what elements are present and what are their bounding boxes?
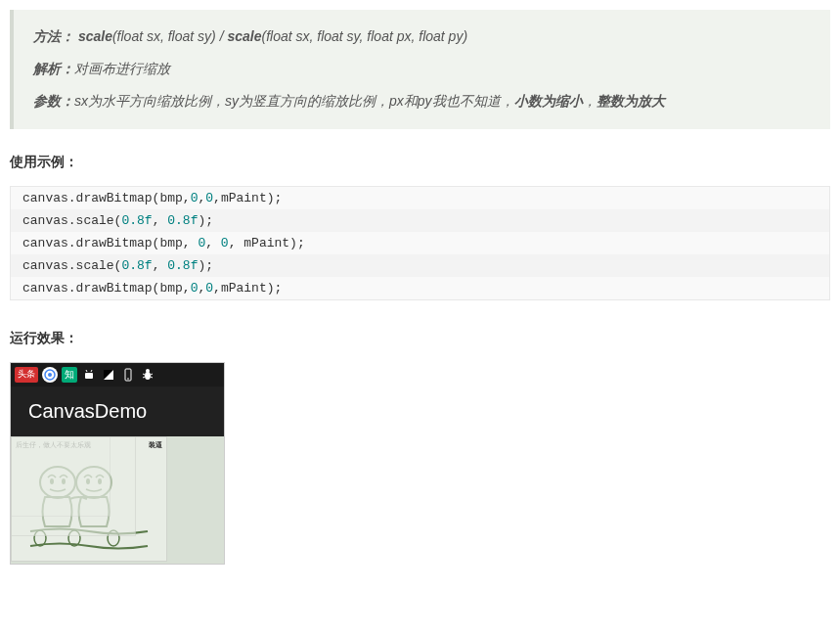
svg-line-4 bbox=[91, 370, 92, 372]
params-text: sx为水平方向缩放比例，sy为竖直方向的缩放比例，px和py我也不知道， bbox=[74, 93, 514, 109]
code-line: canvas.drawBitmap(bmp,0,0,mPaint); bbox=[11, 187, 829, 209]
canvas-area: 后生仔，做人不要太乐观 装逼 bbox=[11, 436, 224, 564]
phone-icon bbox=[120, 367, 136, 383]
app-title: CanvasDemo bbox=[28, 400, 147, 422]
analysis-label: 解析： bbox=[33, 61, 74, 76]
analysis-line: 解析：对画布进行缩放 bbox=[33, 57, 811, 81]
meme-text-right: 装逼 bbox=[149, 440, 162, 450]
params-line: 参数：sx为水平方向缩放比例，sy为竖直方向的缩放比例，px和py我也不知道，小… bbox=[33, 89, 811, 114]
code-line: canvas.drawBitmap(bmp,0,0,mPaint); bbox=[11, 277, 829, 299]
method-params-2: (float sx, float sy, float px, float py) bbox=[261, 28, 467, 44]
method-sig-2: scale bbox=[227, 28, 261, 44]
code-block: canvas.drawBitmap(bmp,0,0,mPaint); canva… bbox=[10, 186, 830, 300]
code-line: canvas.scale(0.8f, 0.8f); bbox=[11, 209, 829, 232]
status-badge-icon: 头条 bbox=[15, 367, 38, 383]
meme-layer-3 bbox=[11, 436, 111, 517]
code-line: canvas.drawBitmap(bmp, 0, 0, mPaint); bbox=[11, 232, 829, 254]
svg-rect-2 bbox=[85, 373, 93, 379]
android-icon bbox=[81, 367, 97, 383]
bug-icon bbox=[140, 367, 155, 383]
params-sep: ， bbox=[583, 93, 597, 109]
info-box: 方法： scale(float sx, float sy) / scale(fl… bbox=[10, 10, 830, 129]
status-bar: 头条 知 bbox=[11, 363, 224, 387]
zhi-icon: 知 bbox=[62, 367, 77, 383]
svg-line-14 bbox=[151, 377, 153, 378]
example-header: 使用示例： bbox=[10, 154, 830, 171]
analysis-text: 对画布进行缩放 bbox=[74, 61, 170, 76]
card-icon bbox=[101, 367, 116, 383]
svg-line-11 bbox=[143, 374, 145, 375]
method-params-1: (float sx, float sy) bbox=[112, 28, 216, 44]
method-separator: / bbox=[216, 28, 228, 44]
android-screenshot: 头条 知 CanvasDemo 后生仔，做人不要太乐观 装逼 bbox=[10, 362, 225, 565]
params-bold-2: 整数为放大 bbox=[597, 93, 665, 109]
method-sig-1: scale bbox=[78, 28, 112, 44]
svg-point-1 bbox=[48, 373, 52, 377]
code-line: canvas.scale(0.8f, 0.8f); bbox=[11, 254, 829, 277]
svg-line-13 bbox=[143, 377, 145, 378]
method-label: 方法： bbox=[33, 28, 74, 44]
svg-point-8 bbox=[127, 378, 129, 380]
svg-line-3 bbox=[86, 370, 87, 372]
params-bold-1: 小数为缩小 bbox=[514, 93, 583, 109]
params-label: 参数： bbox=[33, 93, 74, 109]
svg-point-10 bbox=[146, 369, 150, 373]
browser-icon bbox=[42, 367, 58, 383]
svg-point-9 bbox=[145, 372, 151, 380]
method-line: 方法： scale(float sx, float sy) / scale(fl… bbox=[33, 24, 811, 49]
result-header: 运行效果： bbox=[10, 330, 830, 347]
svg-line-12 bbox=[151, 374, 153, 375]
app-header: CanvasDemo bbox=[11, 387, 224, 436]
